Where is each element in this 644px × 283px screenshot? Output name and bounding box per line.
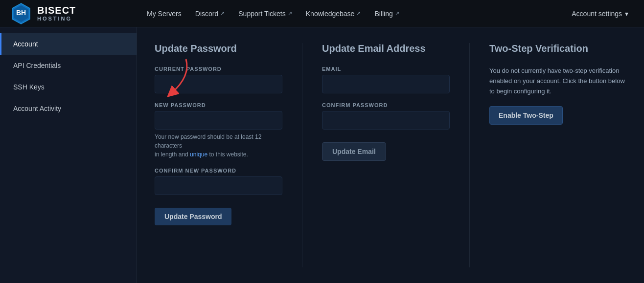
- confirm-password-email-group: CONFIRM PASSWORD: [322, 102, 450, 130]
- two-step-title: Two-Step Verification: [489, 43, 626, 54]
- chevron-down-icon: ▾: [625, 10, 628, 18]
- sidebar-item-ssh-keys[interactable]: SSH Keys: [0, 76, 137, 98]
- confirm-password-email-label: CONFIRM PASSWORD: [322, 102, 450, 108]
- sidebar-item-account-activity[interactable]: Account Activity: [0, 98, 137, 119]
- nav-links: My Servers Discord ↗ Support Tickets ↗ K…: [147, 10, 566, 18]
- update-email-button[interactable]: Update Email: [322, 142, 386, 161]
- update-email-title: Update Email Address: [322, 43, 450, 54]
- section-divider-2: [469, 43, 470, 267]
- logo-area: BH BISECT HOSTING: [10, 2, 147, 25]
- external-link-icon: ↗: [356, 10, 361, 17]
- confirm-new-password-group: CONFIRM NEW PASSWORD: [155, 168, 282, 195]
- sidebar-item-account[interactable]: Account: [0, 33, 137, 55]
- sidebar: Account API Credentials SSH Keys Account…: [0, 27, 137, 283]
- update-password-title: Update Password: [155, 43, 282, 54]
- new-password-input[interactable]: [155, 111, 282, 130]
- confirm-new-password-label: CONFIRM NEW PASSWORD: [155, 168, 282, 174]
- nav-my-servers[interactable]: My Servers: [147, 10, 182, 18]
- logo-text: BISECT HOSTING: [37, 5, 76, 22]
- nav-knowledgebase[interactable]: Knowledgebase ↗: [306, 10, 361, 18]
- update-email-section: Update Email Address EMAIL CONFIRM PASSW…: [322, 43, 450, 267]
- current-password-group: CURRENT PASSWORD: [155, 66, 282, 93]
- main-layout: Account API Credentials SSH Keys Account…: [0, 27, 644, 283]
- logo-icon: BH: [10, 2, 32, 25]
- enable-two-step-button[interactable]: Enable Two-Step: [489, 106, 563, 125]
- hint-unique: unique: [190, 151, 207, 158]
- external-link-icon: ↗: [220, 10, 225, 17]
- svg-text:BH: BH: [16, 9, 26, 17]
- current-password-label: CURRENT PASSWORD: [155, 66, 282, 72]
- nav-billing[interactable]: Billing ↗: [374, 10, 399, 18]
- external-link-icon: ↗: [288, 10, 292, 17]
- email-group: EMAIL: [322, 66, 450, 93]
- top-navigation: BH BISECT HOSTING My Servers Discord ↗ S…: [0, 0, 644, 27]
- content-area: Update Password CURRENT PASSWORD NEW PAS…: [137, 27, 644, 283]
- email-label: EMAIL: [322, 66, 450, 72]
- logo-bisect: BISECT: [37, 5, 76, 16]
- update-password-section: Update Password CURRENT PASSWORD NEW PAS…: [155, 43, 282, 267]
- nav-support-tickets[interactable]: Support Tickets ↗: [238, 10, 292, 18]
- new-password-group: NEW PASSWORD Your new password should be…: [155, 102, 282, 159]
- nav-discord[interactable]: Discord ↗: [195, 10, 225, 18]
- new-password-label: NEW PASSWORD: [155, 102, 282, 108]
- section-divider-1: [302, 43, 302, 267]
- update-password-button[interactable]: Update Password: [155, 208, 231, 225]
- confirm-password-email-input[interactable]: [322, 111, 450, 130]
- sidebar-item-api-credentials[interactable]: API Credentials: [0, 55, 137, 76]
- current-password-input[interactable]: [155, 75, 282, 93]
- email-input[interactable]: [322, 75, 450, 93]
- two-step-section: Two-Step Verification You do not current…: [489, 43, 626, 267]
- two-step-description: You do not currently have two-step verif…: [489, 66, 626, 96]
- new-password-hint: Your new password should be at least 12 …: [155, 132, 282, 159]
- external-link-icon: ↗: [395, 10, 399, 17]
- logo-hosting: HOSTING: [37, 16, 76, 22]
- account-settings-button[interactable]: Account settings ▾: [566, 7, 634, 21]
- confirm-new-password-input[interactable]: [155, 176, 282, 195]
